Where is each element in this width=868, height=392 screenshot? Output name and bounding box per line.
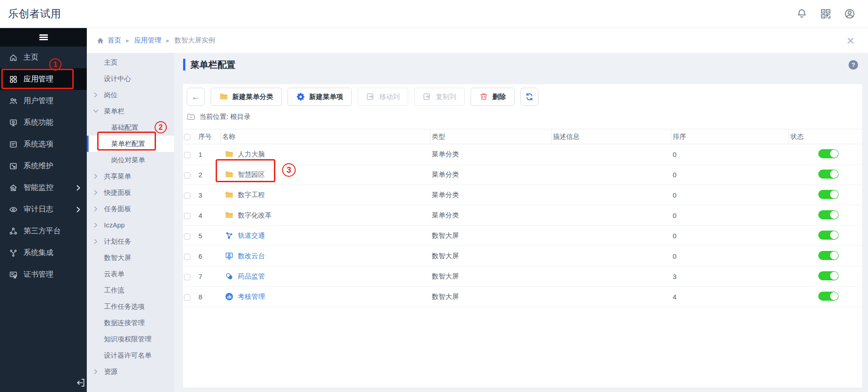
move-to-button[interactable]: 移动到 bbox=[358, 88, 408, 106]
row-name-link[interactable]: 人力大脑 bbox=[238, 150, 265, 159]
row-checkbox[interactable] bbox=[184, 152, 190, 158]
status-toggle[interactable] bbox=[818, 251, 839, 260]
submenu-item-10[interactable]: 任务面板 bbox=[87, 201, 174, 217]
smart-monitor-icon bbox=[9, 184, 18, 192]
copy-icon bbox=[423, 92, 432, 101]
sidebar-item-3[interactable]: 用户管理 bbox=[0, 90, 87, 112]
integration-icon bbox=[9, 249, 18, 257]
submenu-item-13[interactable]: 数智大屏 bbox=[87, 250, 174, 266]
capsule-icon bbox=[225, 272, 234, 281]
submenu-item-8[interactable]: 共享菜单 bbox=[87, 168, 174, 184]
submenu-item-12[interactable]: 计划任务 bbox=[87, 233, 174, 250]
submenu-item-4[interactable]: 菜单栏 bbox=[87, 103, 174, 119]
row-name-link[interactable]: 数改云台 bbox=[238, 252, 265, 260]
status-toggle[interactable] bbox=[818, 271, 839, 280]
user-avatar-icon[interactable] bbox=[844, 8, 855, 19]
status-toggle[interactable] bbox=[818, 231, 839, 240]
current-location-label: 当前位置: 根目录 bbox=[199, 113, 250, 121]
notification-bell-icon[interactable] bbox=[796, 8, 807, 19]
status-toggle[interactable] bbox=[818, 149, 839, 158]
row-name-link[interactable]: 数字工程 bbox=[238, 191, 265, 199]
submenu-item-14[interactable]: 云表单 bbox=[87, 266, 174, 282]
submenu-item-15[interactable]: 工作流 bbox=[87, 282, 174, 298]
column-header-type: 类型 bbox=[430, 129, 551, 144]
status-toggle[interactable] bbox=[818, 170, 839, 179]
folder-icon bbox=[225, 190, 234, 199]
submenu-item-9[interactable]: 快捷面板 bbox=[87, 184, 174, 201]
move-icon bbox=[366, 92, 375, 101]
submenu-item-7[interactable]: 岗位对菜单 bbox=[87, 152, 174, 168]
app-logo: 乐创者试用 bbox=[8, 7, 61, 21]
submenu-item-6[interactable]: 菜单栏配置 bbox=[87, 136, 174, 152]
row-checkbox[interactable] bbox=[184, 274, 190, 280]
submenu-item-20[interactable]: 资源 bbox=[87, 364, 174, 380]
status-toggle[interactable] bbox=[818, 292, 839, 301]
sidebar-item-1[interactable]: 主页 bbox=[0, 47, 87, 68]
sidebar-item-7[interactable]: 智能监控 bbox=[0, 177, 87, 198]
sidebar-item-4[interactable]: 系统功能 bbox=[0, 112, 87, 133]
chart-circle-icon bbox=[225, 292, 234, 301]
menu-table: 序号 名称 类型 描述信息 排序 状态 1 人力大脑 菜单分类 0 bbox=[184, 129, 862, 307]
sidebar-item-2[interactable]: 应用管理 bbox=[0, 68, 87, 90]
row-checkbox[interactable] bbox=[184, 294, 190, 301]
app-grid-icon bbox=[9, 75, 18, 84]
logout-exit-icon[interactable] bbox=[76, 378, 85, 387]
chevron-right-icon bbox=[76, 185, 80, 191]
status-toggle[interactable] bbox=[818, 210, 839, 219]
monitor-user-icon bbox=[225, 251, 234, 260]
sidebar-item-8[interactable]: 审计日志 bbox=[0, 198, 87, 220]
row-name-link[interactable]: 考核管理 bbox=[238, 293, 265, 301]
sidebar-collapse-button[interactable] bbox=[0, 28, 87, 47]
row-name-link[interactable]: 数字化改革 bbox=[238, 211, 272, 220]
breadcrumb-separator-icon: ▶ bbox=[126, 38, 129, 43]
folder-minus-icon bbox=[187, 113, 195, 121]
breadcrumb-home-link[interactable]: 首页 bbox=[108, 36, 121, 45]
submenu-item-1[interactable]: 主页 bbox=[87, 54, 174, 71]
sidebar-item-6[interactable]: 系统维护 bbox=[0, 155, 87, 177]
sidebar-item-9[interactable]: 第三方平台 bbox=[0, 220, 87, 242]
submenu-item-5[interactable]: 基础配置 bbox=[87, 119, 174, 136]
help-icon[interactable]: ? bbox=[849, 60, 858, 70]
chevron-right-icon bbox=[76, 207, 80, 213]
submenu-item-17[interactable]: 数据连接管理 bbox=[87, 315, 174, 331]
qr-grid-icon[interactable] bbox=[820, 8, 831, 19]
chevron-right-icon bbox=[94, 92, 98, 98]
refresh-button[interactable] bbox=[520, 88, 538, 106]
submenu-item-18[interactable]: 知识项权限管理 bbox=[87, 331, 174, 347]
close-icon[interactable]: × bbox=[846, 34, 854, 47]
breadcrumb: 首页 ▶ 应用管理 ▶ 数智大屏实例 × bbox=[87, 28, 868, 53]
main-workspace: 菜单栏配置 ? ← 新建菜单分类 新建菜单项 移动到 复制到 删除 bbox=[174, 53, 868, 392]
gear-icon bbox=[296, 92, 305, 101]
new-menu-category-button[interactable]: 新建菜单分类 bbox=[211, 88, 282, 106]
monitor-icon bbox=[9, 118, 18, 127]
sidebar-item-11[interactable]: 证书管理 bbox=[0, 264, 87, 285]
delete-button[interactable]: 删除 bbox=[471, 88, 514, 106]
breadcrumb-app-mgmt-link[interactable]: 应用管理 bbox=[134, 36, 161, 45]
row-checkbox[interactable] bbox=[184, 233, 190, 240]
submenu-item-19[interactable]: 设计器许可名单 bbox=[87, 347, 174, 364]
folder-icon bbox=[225, 170, 234, 179]
back-button[interactable]: ← bbox=[187, 88, 205, 106]
submenu-item-11[interactable]: IczApp bbox=[87, 217, 174, 233]
new-menu-item-button[interactable]: 新建菜单项 bbox=[288, 88, 352, 106]
sidebar-item-5[interactable]: 系统选项 bbox=[0, 133, 87, 155]
table-header-row: 序号 名称 类型 描述信息 排序 状态 bbox=[184, 129, 862, 144]
submenu-item-2[interactable]: 设计中心 bbox=[87, 71, 174, 87]
chevron-right-icon bbox=[94, 174, 98, 179]
select-all-checkbox[interactable] bbox=[184, 134, 190, 140]
row-name-link[interactable]: 轨道交通 bbox=[238, 231, 265, 240]
row-checkbox[interactable] bbox=[184, 213, 190, 219]
copy-to-button[interactable]: 复制到 bbox=[414, 88, 465, 106]
sidebar-item-10[interactable]: 系统集成 bbox=[0, 242, 87, 264]
row-checkbox[interactable] bbox=[184, 172, 190, 179]
submenu-item-3[interactable]: 岗位 bbox=[87, 87, 174, 103]
third-party-icon bbox=[9, 227, 18, 236]
row-checkbox[interactable] bbox=[184, 193, 190, 199]
list-icon bbox=[9, 140, 18, 149]
row-checkbox[interactable] bbox=[184, 254, 190, 260]
status-toggle[interactable] bbox=[818, 190, 839, 199]
row-name-link[interactable]: 智慧园区 bbox=[238, 170, 265, 179]
submenu-item-16[interactable]: 工作任务选项 bbox=[87, 298, 174, 315]
wrench-icon bbox=[9, 162, 18, 170]
row-name-link[interactable]: 药品监管 bbox=[238, 272, 265, 281]
